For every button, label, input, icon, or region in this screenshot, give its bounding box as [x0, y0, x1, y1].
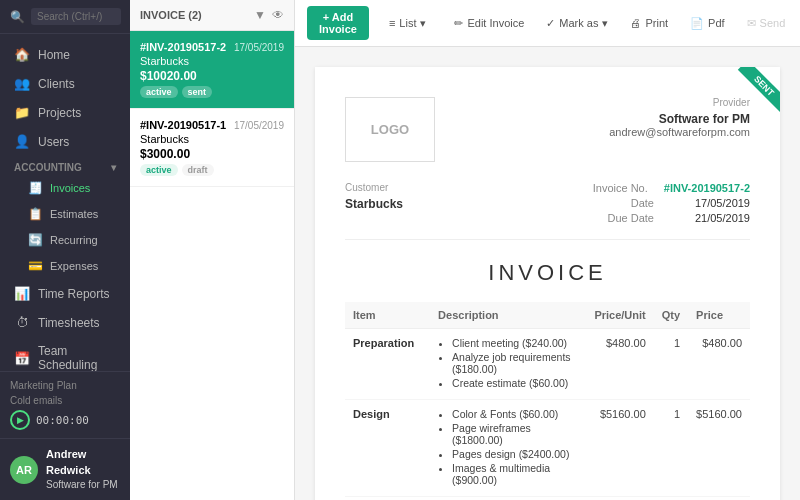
list-header-icons: ▼ 👁 — [254, 8, 284, 22]
sidebar-item-recurring[interactable]: 🔄 Recurring — [0, 227, 130, 253]
sidebar-item-label: Expenses — [50, 260, 98, 272]
timer-row: ▶ 00:00:00 — [10, 410, 120, 430]
table-row: Development Back-end ($3600.00)Front-end… — [345, 497, 750, 501]
sidebar-item-team-scheduling[interactable]: 📅 Team Scheduling — [0, 337, 130, 371]
invoice-number-label: Invoice No. — [593, 182, 648, 194]
invoice-amount: $10020.00 — [140, 69, 284, 83]
send-button[interactable]: ✉ Send — [739, 13, 794, 34]
sent-ribbon: SENT — [720, 67, 780, 127]
invoice-item-2[interactable]: #INV-20190517-1 17/05/2019 Starbucks $30… — [130, 109, 294, 187]
timer-play-button[interactable]: ▶ — [10, 410, 30, 430]
line-item-price-unit: $5160.00 — [586, 400, 653, 497]
print-button[interactable]: 🖨 Print — [622, 13, 676, 33]
edit-invoice-button[interactable]: ✏ Edit Invoice — [446, 13, 532, 34]
description-item: Page wireframes ($1800.00) — [452, 422, 578, 446]
sidebar-item-estimates[interactable]: 📋 Estimates — [0, 201, 130, 227]
sidebar-item-timesheets[interactable]: ⏱ Timesheets — [0, 308, 130, 337]
date-label: Date — [631, 197, 654, 209]
invoice-amount: $3000.00 — [140, 147, 284, 161]
user-name: Andrew Redwick — [46, 447, 120, 478]
sidebar-item-expenses[interactable]: 💳 Expenses — [0, 253, 130, 279]
mark-as-button[interactable]: ✓ Mark as ▾ — [538, 13, 616, 34]
add-invoice-button[interactable]: + Add Invoice — [307, 6, 369, 40]
invoice-list-title: INVOICE (2) — [140, 9, 202, 21]
sidebar-item-label: Users — [38, 135, 69, 149]
pdf-icon: 📄 — [690, 17, 704, 30]
sidebar-item-label: Estimates — [50, 208, 98, 220]
filter-icon[interactable]: ▼ — [254, 8, 266, 22]
line-item-description: Client meeting ($240.00)Analyze job requ… — [430, 329, 586, 400]
invoice-number: #INV-20190517-2 — [140, 41, 226, 53]
active-badge: active — [140, 164, 178, 176]
sidebar-item-projects[interactable]: 📁 Projects — [0, 98, 130, 127]
sidebar-item-label: Projects — [38, 106, 81, 120]
clients-icon: 👥 — [14, 76, 30, 91]
customer-section: Customer Starbucks — [345, 182, 403, 227]
description-item: Images & multimedia ($900.00) — [452, 462, 578, 486]
cold-emails-label: Cold emails — [10, 395, 120, 406]
sidebar-item-users[interactable]: 👤 Users — [0, 127, 130, 156]
invoice-title: INVOICE — [345, 260, 750, 286]
invoice-item-1[interactable]: #INV-20190517-2 17/05/2019 Starbucks $10… — [130, 31, 294, 109]
line-item-qty: 1 — [654, 497, 688, 501]
line-item-description: Back-end ($3600.00)Front-end ($780.00) — [430, 497, 586, 501]
sidebar-item-label: Home — [38, 48, 70, 62]
projects-icon: 📁 — [14, 105, 30, 120]
invoice-date: 17/05/2019 — [234, 120, 284, 131]
sidebar-item-label: Time Reports — [38, 287, 110, 301]
line-item-price: $480.00 — [688, 329, 750, 400]
due-date-value: 21/05/2019 — [670, 212, 750, 224]
marketing-plan-label: Marketing Plan — [10, 380, 120, 391]
description-item: Pages design ($2400.00) — [452, 448, 578, 460]
sidebar-item-clients[interactable]: 👥 Clients — [0, 69, 130, 98]
invoice-client: Starbucks — [140, 133, 284, 145]
line-item-price-unit: $480.00 — [586, 329, 653, 400]
draft-badge: draft — [182, 164, 214, 176]
sidebar-item-home[interactable]: 🏠 Home — [0, 40, 130, 69]
send-icon: ✉ — [747, 17, 756, 30]
edit-icon: ✏ — [454, 17, 463, 30]
invoice-number: #INV-20190517-1 — [140, 119, 226, 131]
expenses-icon: 💳 — [28, 259, 42, 273]
table-row: Design Color & Fonts ($60.00)Page wirefr… — [345, 400, 750, 497]
search-input[interactable] — [31, 8, 121, 25]
invoice-list-panel: INVOICE (2) ▼ 👁 #INV-20190517-2 17/05/20… — [130, 0, 295, 500]
user-profile[interactable]: AR Andrew Redwick Software for PM — [0, 438, 130, 500]
print-label: Print — [645, 17, 668, 29]
invoice-client: Starbucks — [140, 55, 284, 67]
logo-box: LOGO — [345, 97, 435, 162]
invoice-meta: Customer Starbucks Invoice No. #INV-2019… — [345, 182, 750, 240]
pdf-button[interactable]: 📄 Pdf — [682, 13, 733, 34]
edit-label: Edit Invoice — [467, 17, 524, 29]
customer-label: Customer — [345, 182, 403, 193]
invoice-number-value: #INV-20190517-2 — [664, 182, 750, 194]
home-icon: 🏠 — [14, 47, 30, 62]
accounting-arrow-icon: ▾ — [111, 162, 116, 173]
description-item: Analyze job requirements ($180.00) — [452, 351, 578, 375]
col-price: Price — [688, 302, 750, 329]
line-item-name: Development — [345, 497, 430, 501]
invoice-due-date-row: Due Date 21/05/2019 — [593, 212, 750, 224]
timer-display: 00:00:00 — [36, 414, 89, 427]
badge-row: active sent — [140, 86, 284, 98]
invoice-content: SENT LOGO Provider Software for PM andre… — [295, 47, 800, 500]
list-icon: ≡ — [389, 17, 395, 29]
accounting-label: Accounting — [14, 162, 82, 173]
col-item: Item — [345, 302, 430, 329]
sidebar-item-time-reports[interactable]: 📊 Time Reports — [0, 279, 130, 308]
sidebar-item-invoices[interactable]: 🧾 Invoices — [0, 175, 130, 201]
line-item-name: Design — [345, 400, 430, 497]
view-icon[interactable]: 👁 — [272, 8, 284, 22]
team-scheduling-icon: 📅 — [14, 351, 30, 366]
sidebar-item-label: Invoices — [50, 182, 90, 194]
list-button[interactable]: ≡ List ▾ — [381, 13, 435, 34]
col-qty: Qty — [654, 302, 688, 329]
accounting-section[interactable]: Accounting ▾ — [0, 156, 130, 175]
description-item: Color & Fonts ($60.00) — [452, 408, 578, 420]
sent-badge: sent — [182, 86, 213, 98]
line-item-price-unit: $4380.00 — [586, 497, 653, 501]
sidebar-nav: 🏠 Home 👥 Clients 📁 Projects 👤 Users Acco… — [0, 34, 130, 371]
table-row: Preparation Client meeting ($240.00)Anal… — [345, 329, 750, 400]
col-price-unit: Price/Unit — [586, 302, 653, 329]
recurring-icon: 🔄 — [28, 233, 42, 247]
